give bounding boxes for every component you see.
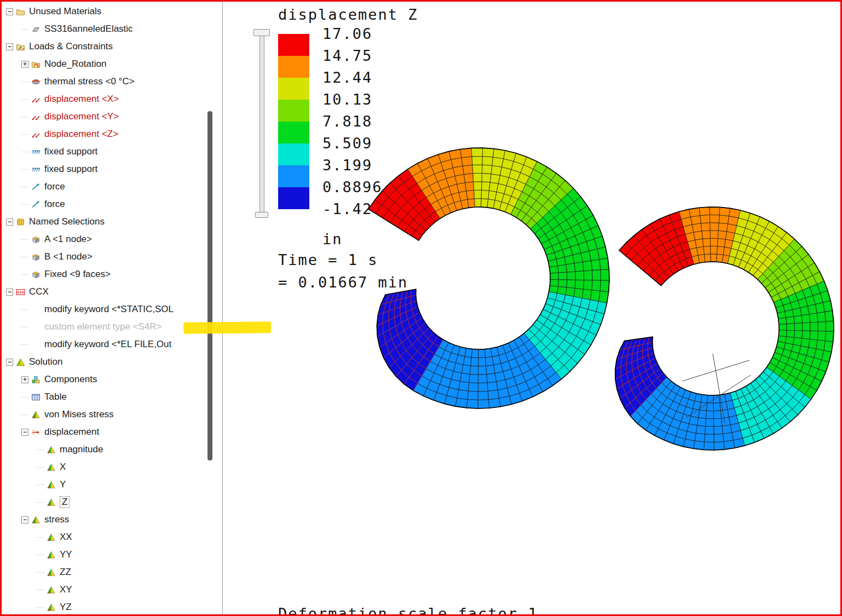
legend-range-slider[interactable] [253,29,271,220]
blank-icon [31,340,41,349]
tree-item-label: von Mises stress [44,409,114,420]
tri-icon [47,585,56,595]
tree-item-label: Named Selections [29,216,105,227]
tree-item-yy[interactable]: YY [2,546,206,563]
solution-icon [16,358,26,367]
tree-item-thermal-stress-0-c[interactable]: thermal stress <0 °C> [2,73,206,90]
tree-item-label: modify keyword <*STATIC,SOL [44,304,174,315]
tree-item-y[interactable]: Y [2,476,206,493]
tree-item-a-1-node[interactable]: A <1 node> [2,231,206,248]
tree-item-table[interactable]: Table [2,388,206,406]
tree-item-unused-materials[interactable]: −Unused Materials [2,3,206,20]
minus-expand-box[interactable]: − [6,359,13,366]
tri-icon [47,463,56,472]
legend-slider-track[interactable] [259,33,264,214]
highlight-marker [183,321,271,334]
force-icon [31,182,41,192]
tree-item-label: modify keyword <*EL FILE,Out [44,339,171,350]
tree-connector [21,397,28,398]
minus-expand-box[interactable]: − [21,429,28,436]
tree-item-node-rotation[interactable]: +Node_Rotation [2,55,206,73]
tree-item-stress[interactable]: −stress [2,511,206,528]
tree-item-label: fixed support [44,146,97,157]
tree-item-modify-keyword-static-sol[interactable]: modify keyword <*STATIC,SOL [2,301,206,318]
tree-item-label: XY [60,584,72,595]
tree-item-label: A <1 node> [44,234,92,245]
tree-item-fixed-support[interactable]: fixed support [2,143,206,160]
tree-item-custom-element-type-s4r[interactable]: custom element type <S4R> [2,318,206,336]
time-readout-minutes: = 0.01667 min [278,274,408,291]
tree-item-label: Y [60,479,66,490]
tree-item-modify-keyword-el-file-out[interactable]: modify keyword <*EL FILE,Out [2,336,206,353]
minus-expand-box[interactable]: − [6,43,13,50]
legend-value: 7.818 [322,113,372,130]
tree-item-fixed-9-faces[interactable]: Fixed <9 faces> [2,266,206,283]
tree-item-displacement-y[interactable]: displacement <Y> [2,108,206,125]
legend-swatch [278,187,309,209]
blank-icon [31,323,41,332]
tree-item-loads-constraints[interactable]: −Loads & Constraints [2,38,206,55]
tree-connector [37,607,44,608]
tree-connector [37,537,44,538]
tree-item-force[interactable]: force [2,178,206,195]
tree-connector [37,450,44,450]
tree-item-label: displacement [44,427,99,437]
tree-item-magnitude[interactable]: magnitude [2,441,206,458]
tri-icon [47,498,56,507]
tree-connector [21,414,28,415]
plus-expand-box[interactable]: + [21,61,28,68]
tri-icon [47,568,56,577]
tree-connector [21,344,28,345]
tree-item-von-mises-stress[interactable]: von Mises stress [2,406,206,423]
minus-expand-box[interactable]: − [6,218,13,226]
tree-item-b-1-node[interactable]: B <1 node> [2,248,206,266]
cube-icon [31,270,41,279]
tree-item-label: displacement <Z> [44,129,118,140]
legend-value: 3.199 [322,157,372,174]
tree-item-displacement[interactable]: −displacement [2,423,206,441]
legend-slider-lower-handle[interactable] [255,212,268,218]
tree-scrollbar-thumb[interactable] [207,111,212,460]
tree-item-label: X [60,462,66,473]
tree-item-displacement-x[interactable]: displacement <X> [2,90,206,108]
tree-item-ss316anneledelastic[interactable]: SS316anneledElastic [2,20,206,38]
legend-value: -1.42 [322,200,372,217]
cube-icon [31,235,41,244]
time-readout: Time = 1 s [278,251,378,268]
tri-icon [47,603,56,612]
disp-res-icon [31,428,41,437]
force-icon [31,200,41,209]
tree-item-label: Solution [29,356,62,367]
tree-item-label: SS316anneledElastic [44,24,133,34]
tree-item-label: B <1 node> [44,251,93,262]
tree-item-solution[interactable]: −Solution [2,353,206,371]
tree-item-displacement-z[interactable]: displacement <Z> [2,125,206,143]
tree-item-x[interactable]: X [2,458,206,476]
tri-icon [31,515,41,525]
minus-expand-box[interactable]: − [6,289,13,296]
tree-item-ccx[interactable]: −ccxCCX [2,283,206,301]
tri-icon [47,480,56,490]
tree-item-force[interactable]: force [2,195,206,213]
tree-item-zz[interactable]: ZZ [2,563,206,581]
tree-item-z[interactable]: Z [2,493,206,511]
plus-expand-box[interactable]: + [21,376,28,383]
tree-item-xx[interactable]: XX [2,528,206,546]
tree-item-named-selections[interactable]: −Named Selections [2,213,206,231]
legend-slider-upper-handle[interactable] [253,29,270,36]
tree-item-components[interactable]: +Components [2,371,206,388]
minus-expand-box[interactable]: − [6,8,13,15]
tree-item-label: displacement <X> [44,94,119,105]
tree-connector [21,274,28,275]
tree-item-yz[interactable]: YZ [2,598,206,615]
tree-connector [37,572,44,573]
tree-item-label: CCX [29,286,49,297]
nsel-icon [16,217,26,227]
tree-item-xy[interactable]: XY [2,581,206,598]
legend-value: 17.06 [322,25,372,42]
minus-expand-box[interactable]: − [21,516,28,523]
legend-swatch [278,100,309,122]
legend-unit: in [322,231,343,247]
tree-connector [21,309,28,310]
tree-item-fixed-support[interactable]: fixed support [2,160,206,178]
